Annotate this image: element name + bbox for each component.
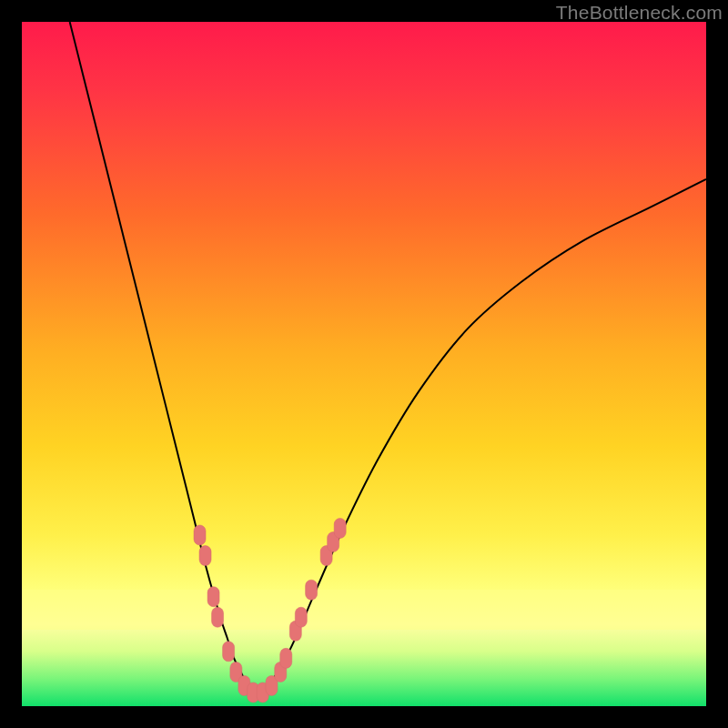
chart-svg [22,22,706,706]
chart-frame [22,22,706,706]
marker-point [306,580,318,600]
marker-point [199,546,211,566]
marker-point [295,607,307,627]
marker-point [223,642,235,662]
marker-point [280,648,292,668]
marker-point [194,525,206,545]
marker-point [212,607,224,627]
highlight-band [22,590,706,630]
marker-point [334,518,346,538]
watermark-text: TheBottleneck.com [556,2,723,24]
marker-point [207,587,219,607]
